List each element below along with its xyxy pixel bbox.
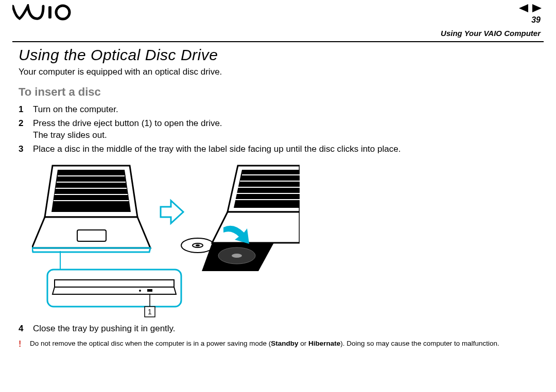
illustration: 1 <box>32 161 544 322</box>
svg-rect-29 <box>55 280 174 287</box>
svg-rect-12 <box>77 230 106 241</box>
step-text: Press the drive eject button (1) to open… <box>33 118 544 141</box>
warning-bold-2: Hibernate <box>308 340 340 347</box>
intro-text: Your computer is equipped with an optica… <box>19 67 544 77</box>
topbar: 39 Using Your VAIO Computer <box>0 0 556 34</box>
vaio-logo <box>12 4 74 23</box>
warning-pre: Do not remove the optical disc when the … <box>30 340 271 347</box>
step-text: Turn on the computer. <box>33 104 544 116</box>
svg-marker-30 <box>53 287 176 294</box>
horizontal-rule <box>12 41 544 42</box>
step-number: 3 <box>19 144 26 155</box>
breadcrumb: Using Your VAIO Computer <box>441 29 541 38</box>
warning-post: ). Doing so may cause the computer to ma… <box>340 340 499 347</box>
step-number: 1 <box>19 104 26 116</box>
list-item: 2 Press the drive eject button (1) to op… <box>19 118 544 141</box>
svg-point-16 <box>196 244 200 246</box>
nav-arrows <box>519 4 542 12</box>
step-text: Close the tray by pushing it in gently. <box>33 323 544 335</box>
laptop-open-illustration <box>32 166 150 252</box>
disc-icon <box>181 238 214 253</box>
callout-label-box: 1 <box>145 307 155 317</box>
section-title: Using the Optical Disc Drive <box>19 46 544 64</box>
arrow-right-icon <box>161 201 183 223</box>
content: Using the Optical Disc Drive Your comput… <box>19 46 544 349</box>
step-number: 2 <box>19 118 26 141</box>
svg-rect-0 <box>48 6 51 19</box>
callout-label: 1 <box>148 308 152 316</box>
warning: ! Do not remove the optical disc when th… <box>19 339 544 350</box>
side-view-illustration <box>47 270 181 307</box>
page-number: 39 <box>531 15 541 25</box>
list-item: 3 Place a disc in the middle of the tray… <box>19 144 544 155</box>
svg-marker-3 <box>532 4 542 12</box>
step-text: Place a disc in the middle of the tray w… <box>33 144 544 155</box>
warning-icon: ! <box>19 339 24 350</box>
steps-list-continued: 4 Close the tray by pushing it in gently… <box>19 323 544 335</box>
svg-marker-13 <box>32 248 150 252</box>
steps-list: 1 Turn on the computer. 2 Press the driv… <box>19 104 544 155</box>
svg-point-27 <box>232 254 242 258</box>
warning-bold-1: Standby <box>271 340 298 347</box>
svg-point-31 <box>139 290 141 292</box>
subheading: To insert a disc <box>19 85 544 99</box>
warning-text: Do not remove the optical disc when the … <box>30 339 499 350</box>
svg-point-1 <box>56 6 70 19</box>
list-item: 4 Close the tray by pushing it in gently… <box>19 323 544 335</box>
list-item: 1 Turn on the computer. <box>19 104 544 116</box>
page: 39 Using Your VAIO Computer Using the Op… <box>0 0 556 392</box>
warning-mid: or <box>299 340 309 347</box>
svg-marker-18 <box>234 170 300 208</box>
step-number: 4 <box>19 323 26 335</box>
laptop-tray-illustration <box>202 166 300 271</box>
svg-rect-32 <box>147 289 152 292</box>
prev-page-icon[interactable] <box>519 4 528 12</box>
next-page-icon[interactable] <box>532 4 542 12</box>
svg-marker-2 <box>519 4 528 12</box>
